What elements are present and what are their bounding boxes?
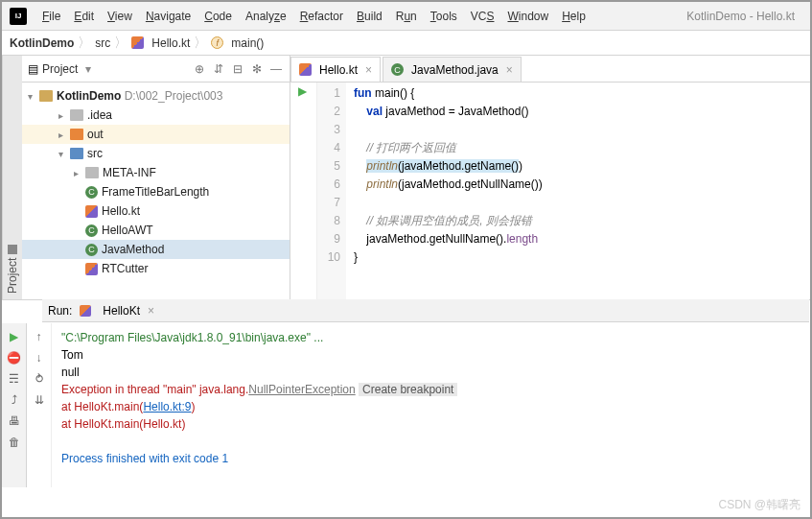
tree-root[interactable]: ▾ KotlinDemo D:\002_Project\003 (22, 86, 290, 106)
tab-hello[interactable]: Hello.kt × (290, 57, 381, 82)
kotlin-icon (299, 63, 312, 76)
down-icon[interactable]: ↓ (32, 350, 47, 366)
run-config[interactable]: HelloKt (103, 304, 140, 318)
editor-tabs: Hello.kt × C JavaMethod.java × (290, 56, 810, 83)
folder-icon: ▤ (28, 62, 38, 76)
create-breakpoint-button[interactable]: Create breakpoint (359, 383, 457, 396)
tree-item[interactable]: CJavaMethod (22, 240, 290, 259)
window-title: KotlinDemo - Hello.kt (686, 10, 802, 23)
stacktrace-link[interactable]: Hello.kt:9 (143, 400, 191, 413)
target-icon[interactable]: ⊕ (192, 61, 207, 77)
menu-help[interactable]: Help (556, 8, 592, 25)
breadcrumb-file[interactable]: Hello.kt (151, 36, 190, 50)
project-panel: ▤ Project ▾ ⊕ ⇵ ⊟ ✻ — ▾ KotlinDemo D:\00… (22, 56, 290, 299)
project-tool-tab[interactable]: Project (2, 56, 22, 299)
tree-item[interactable]: ▾src (22, 144, 290, 163)
tree-item[interactable]: RTCutter (22, 259, 290, 278)
run-toolbar-left: ▶ ⛔ ☴ ⤴ 🖶 🗑 (2, 323, 27, 487)
line-gutter: 12345678910 (317, 83, 346, 299)
menubar: IJ File Edit View Navigate Code Analyze … (2, 2, 810, 31)
menu-refactor[interactable]: Refactor (294, 8, 349, 25)
tab-javamethod[interactable]: C JavaMethod.java × (383, 57, 522, 82)
app-logo: IJ (10, 8, 27, 25)
breadcrumb-project[interactable]: KotlinDemo (10, 36, 74, 50)
scroll-icon[interactable]: ⇊ (32, 392, 47, 408)
stop-icon[interactable]: ⛔ (7, 350, 22, 366)
expand-icon[interactable]: ⇵ (211, 61, 226, 77)
rerun-icon[interactable]: ▶ (7, 329, 22, 344)
close-icon[interactable]: × (506, 63, 513, 77)
tree-item[interactable]: ▸META-INF (22, 163, 290, 182)
run-panel: ▶ ⛔ ☴ ⤴ 🖶 🗑 ↑ ↓ ⥁ ⇊ "C:\Program Files\Ja… (2, 299, 810, 487)
breadcrumb-folder[interactable]: src (95, 36, 110, 50)
project-tree: ▾ KotlinDemo D:\002_Project\003 ▸.idea▸o… (22, 83, 290, 282)
menu-tools[interactable]: Tools (425, 8, 463, 25)
print-icon[interactable]: 🖶 (7, 413, 22, 429)
class-icon: C (391, 63, 404, 76)
menu-navigate[interactable]: Navigate (140, 8, 197, 25)
panel-title: Project (42, 62, 78, 76)
main-menu: File Edit View Navigate Code Analyze Ref… (36, 8, 592, 25)
tree-item[interactable]: CHelloAWT (22, 221, 290, 240)
close-icon[interactable]: × (365, 63, 372, 77)
menu-code[interactable]: Code (198, 8, 238, 25)
menu-edit[interactable]: Edit (68, 8, 100, 25)
kotlin-icon (80, 305, 91, 317)
breadcrumb-function[interactable]: main() (231, 36, 264, 50)
up-icon[interactable]: ↑ (32, 329, 47, 344)
delete-icon[interactable]: 🗑 (7, 435, 22, 450)
console-output[interactable]: "C:\Program Files\Java\jdk1.8.0_91\bin\j… (52, 323, 810, 487)
tree-item[interactable]: ▸out (22, 125, 290, 144)
menu-view[interactable]: View (102, 8, 138, 25)
menu-window[interactable]: Window (501, 8, 554, 25)
run-toolbar-right: ↑ ↓ ⥁ ⇊ (27, 323, 52, 487)
menu-file[interactable]: File (36, 8, 66, 25)
menu-analyze[interactable]: Analyze (240, 8, 292, 25)
menu-vcs[interactable]: VCS (465, 8, 500, 25)
breadcrumb: KotlinDemo 〉 src 〉 Hello.kt 〉 f main() (2, 31, 810, 56)
wrap-icon[interactable]: ⥁ (32, 371, 47, 387)
editor: Hello.kt × C JavaMethod.java × ▶ 1234567… (290, 56, 810, 299)
menu-run[interactable]: Run (390, 8, 423, 25)
kotlin-icon (131, 36, 144, 49)
hide-icon[interactable]: — (268, 61, 284, 77)
run-header: Run: HelloKt × (42, 299, 809, 322)
tree-item[interactable]: ▸.idea (22, 106, 290, 125)
code-area[interactable]: ▶ 12345678910 fun main() { val javaMetho… (290, 83, 810, 299)
folder-icon (39, 90, 53, 102)
menu-build[interactable]: Build (351, 8, 388, 25)
run-label: Run: (48, 304, 72, 318)
watermark: CSDN @韩曙亮 (718, 497, 800, 513)
function-icon: f (211, 36, 223, 49)
tree-item[interactable]: Hello.kt (22, 201, 290, 221)
run-gutter-icon[interactable]: ▶ (298, 84, 316, 98)
settings-icon[interactable]: ✻ (249, 61, 265, 77)
layout-icon[interactable]: ☴ (7, 371, 22, 387)
collapse-icon[interactable]: ⊟ (230, 61, 245, 77)
tree-item[interactable]: CFrameTitleBarLength (22, 182, 290, 201)
close-icon[interactable]: × (148, 304, 154, 318)
export-icon[interactable]: ⤴ (7, 392, 22, 408)
